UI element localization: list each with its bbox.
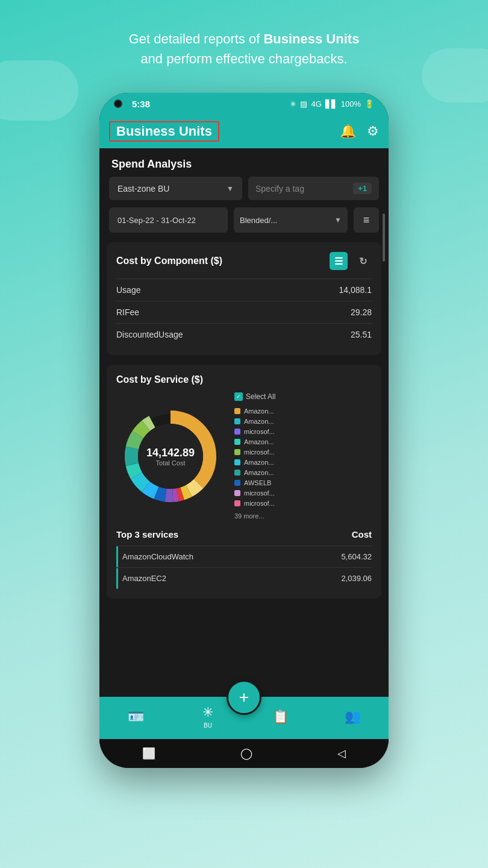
legend-color-7 (234, 470, 240, 476)
signal-icon: ▨ (300, 99, 307, 108)
bu-dropdown[interactable]: East-zone BU ▼ (109, 177, 242, 200)
headline-line1: Get detailed reports of Business Units (129, 31, 360, 46)
cost-by-service-title: Cost by Service ($) (116, 374, 372, 385)
legend-item-1: Amazon... (234, 407, 372, 415)
battery-icon: 🔋 (364, 99, 374, 108)
table-view-icon[interactable]: ☰ (330, 252, 348, 270)
bu-nav-label: BU (204, 722, 212, 729)
notification-button[interactable]: 🔔 (340, 124, 356, 139)
battery-text: 100% (341, 99, 361, 108)
legend-item-3: microsof... (234, 428, 372, 435)
filter-row-2: 01-Sep-22 - 31-Oct-22 Blended/... ▼ ≡ (109, 207, 379, 233)
android-home-button[interactable]: ◯ (240, 747, 252, 760)
content-area: Spend Analysis East-zone BU ▼ Specify a … (99, 148, 389, 697)
legend-item-5: microsof... (234, 448, 372, 456)
signal-bars-icon: ▋▋ (325, 99, 337, 108)
donut-center-text: 14,142.89 Total Cost (146, 446, 195, 466)
top-services-title: Top 3 services (116, 529, 178, 539)
service-row-ec2: AmazonEC2 2,039.06 (116, 567, 372, 589)
cloud-decoration-left (0, 60, 78, 121)
cost-by-component-card: Cost by Component ($) ☰ ↻ Usage 14,088.1… (107, 242, 381, 355)
top-services-cost-header: Cost (352, 529, 372, 539)
service-name-ec2: AmazonEC2 (116, 574, 166, 583)
service-bar-indicator-2 (116, 568, 118, 589)
tag-plus-button[interactable]: +1 (353, 183, 372, 194)
nav-item-users[interactable]: 👥 (316, 709, 389, 725)
service-row-cloudwatch: AmazonCloudWatch 5,604.32 (116, 546, 372, 567)
headline-line2: and perform effective chargebacks. (140, 51, 347, 66)
legend-color-3 (234, 429, 240, 435)
cloud-decoration-right (422, 48, 488, 102)
donut-total-value: 14,142.89 (146, 446, 195, 459)
status-icons: ✳ ▨ 4G ▋▋ 100% 🔋 (290, 99, 374, 108)
blend-dropdown[interactable]: Blended/... ▼ (234, 207, 348, 233)
legend-color-1 (234, 408, 240, 414)
refresh-icon[interactable]: ↻ (354, 252, 372, 270)
legend-item-6: Amazon... (234, 459, 372, 466)
android-square-button[interactable]: ⬜ (142, 747, 155, 760)
android-navigation: ⬜ ◯ ◁ (99, 739, 389, 768)
menu-button[interactable]: ≡ (354, 207, 379, 233)
cost-row-usage: Usage 14,088.1 (116, 278, 372, 301)
status-time: 5:38 (132, 99, 150, 109)
legend-color-5 (234, 449, 240, 455)
app-bar-actions: 🔔 ⚙ (340, 124, 379, 139)
cost-by-service-card: Cost by Service ($) (107, 365, 381, 599)
legend-color-10 (234, 500, 240, 506)
donut-total-label: Total Cost (146, 459, 195, 466)
more-legend-items: 39 more... (234, 512, 372, 520)
headline-text: Get detailed reports of Business Units a… (105, 29, 384, 69)
legend-item-2: Amazon... (234, 418, 372, 425)
nav-item-reports[interactable]: 📋 (244, 709, 316, 725)
legend-color-9 (234, 490, 240, 496)
service-bar-indicator (116, 546, 118, 567)
service-cost-cloudwatch: 5,604.32 (341, 552, 372, 561)
filters-container: East-zone BU ▼ Specify a tag +1 01-Sep-2… (99, 177, 389, 233)
legend-color-8 (234, 480, 240, 486)
cost-row-rifee: RIFee 29.28 (116, 301, 372, 323)
filter-row-1: East-zone BU ▼ Specify a tag +1 (109, 177, 379, 200)
legend-item-4: Amazon... (234, 438, 372, 445)
network-icon: 4G (311, 99, 321, 108)
cost-label-discounted: DiscountedUsage (116, 330, 183, 339)
donut-chart: 14,142.89 Total Cost (116, 402, 225, 511)
legend-color-6 (234, 459, 240, 465)
cost-value-rifee: 29.28 (351, 307, 372, 317)
camera-dot (114, 99, 122, 108)
legend-item-7: Amazon... (234, 469, 372, 476)
app-bar-title: Business Units (109, 121, 219, 142)
chart-container: 14,142.89 Total Cost ✓ Select All Amazon… (116, 392, 372, 520)
tag-selector[interactable]: Specify a tag +1 (248, 177, 379, 200)
users-nav-icon: 👥 (345, 709, 361, 725)
chevron-down-icon: ▼ (227, 184, 234, 193)
cost-label-usage: Usage (116, 285, 140, 295)
cost-label-rifee: RIFee (116, 307, 139, 317)
reports-nav-icon: 📋 (272, 709, 289, 725)
legend-color-4 (234, 439, 240, 445)
select-all-row[interactable]: ✓ Select All (234, 392, 372, 401)
legend-item-9: microsof... (234, 489, 372, 497)
card-actions: ☰ ↻ (330, 252, 372, 270)
phone-frame: 5:38 ✳ ▨ 4G ▋▋ 100% 🔋 Business Units 🔔 ⚙… (99, 93, 389, 768)
date-range-picker[interactable]: 01-Sep-22 - 31-Oct-22 (109, 207, 228, 233)
profile-nav-icon: 🪪 (128, 709, 144, 725)
app-bar: Business Units 🔔 ⚙ (99, 115, 389, 148)
spend-analysis-header: Spend Analysis (99, 148, 389, 177)
top-services-header: Top 3 services Cost (116, 529, 372, 539)
legend-item-10: microsof... (234, 500, 372, 507)
cost-by-component-title: Cost by Component ($) ☰ ↻ (116, 252, 372, 270)
service-cost-ec2: 2,039.06 (341, 574, 372, 583)
cost-row-discounted: DiscountedUsage 25.51 (116, 323, 372, 345)
cost-value-usage: 14,088.1 (339, 285, 372, 295)
bu-nav-icon: ✳ (202, 705, 213, 720)
service-name-cloudwatch: AmazonCloudWatch (116, 552, 193, 561)
settings-button[interactable]: ⚙ (367, 124, 379, 139)
android-back-button[interactable]: ◁ (337, 747, 346, 760)
bluetooth-icon: ✳ (290, 99, 296, 108)
legend-color-2 (234, 418, 240, 424)
select-all-checkbox[interactable]: ✓ (234, 392, 243, 401)
fab-button[interactable]: + (227, 680, 261, 715)
nav-item-profile[interactable]: 🪪 (99, 709, 172, 725)
chart-legend: ✓ Select All Amazon... Amazon... microso… (234, 392, 372, 520)
cost-value-discounted: 25.51 (351, 330, 372, 339)
